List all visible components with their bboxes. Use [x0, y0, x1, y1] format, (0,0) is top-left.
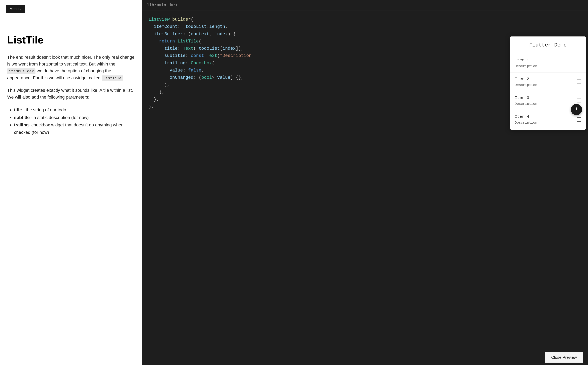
- flutter-app-title: Flutter Demo: [515, 41, 581, 49]
- code-token: ?: [212, 75, 217, 80]
- list-item: subtitle - a static description (for now…: [14, 114, 135, 121]
- bullet-rest-3: - checkbox widget that doesn't do anythi…: [14, 122, 123, 135]
- code-token: (: [193, 46, 196, 51]
- code-token: : (: [183, 32, 191, 37]
- flutter-item-subtitle-1: Description: [515, 63, 577, 69]
- file-tab: lib/main.dart: [142, 0, 588, 10]
- flutter-item-subtitle-4: Description: [515, 120, 577, 126]
- flutter-demo-overlay: Flutter Demo Item 1 Description Item 2 D…: [510, 36, 586, 130]
- menu-bar: Menu ›: [0, 0, 142, 18]
- close-preview-bar: Close Preview: [142, 350, 588, 365]
- flutter-item-title-2: Item 2: [515, 76, 577, 82]
- code-token: (: [199, 39, 201, 44]
- code-token: ) {},: [230, 75, 244, 80]
- code-area: ListView.builder( itemCount: _todoList.l…: [142, 10, 588, 350]
- para1-text3: .: [123, 75, 125, 80]
- code-token: false: [188, 68, 201, 73]
- bullet-bold-2: subtitle: [14, 115, 30, 120]
- code-token: value: [149, 68, 183, 73]
- code-token: onChanged: [149, 75, 193, 80]
- flutter-checkbox-3[interactable]: [577, 98, 581, 103]
- code-line-1: ListView.builder(: [149, 16, 581, 23]
- code-token: (: [191, 17, 193, 22]
- bullet-bold-1: title: [14, 107, 22, 112]
- code-token: ListView: [149, 17, 170, 22]
- left-panel: Menu › ListTile The end result doesn't l…: [0, 0, 142, 365]
- inline-code-listtile: ListTile: [102, 76, 123, 81]
- para1-text1: The end result doesn't look that much ni…: [7, 55, 135, 67]
- menu-label: Menu: [10, 7, 19, 11]
- code-token: Text: [183, 46, 193, 51]
- code-line-2: itemCount: _todoList.length,: [149, 23, 581, 30]
- code-token: bool: [201, 75, 212, 80]
- code-token: _todoList: [196, 46, 220, 51]
- page-title: ListTile: [7, 34, 135, 46]
- flutter-item-text-3: Item 3 Description: [515, 95, 577, 107]
- flutter-checkbox-1[interactable]: [577, 61, 581, 65]
- flutter-app-bar: Flutter Demo: [510, 36, 586, 53]
- content-area: ListTile The end result doesn't look tha…: [0, 18, 142, 365]
- code-token: [: [220, 46, 222, 51]
- code-token: :: [178, 46, 183, 51]
- code-token: _todoList: [183, 24, 207, 29]
- code-token: context: [191, 32, 209, 37]
- right-panel: lib/main.dart ListView.builder( itemCoun…: [142, 0, 588, 365]
- code-token: ListTile: [178, 39, 199, 44]
- flutter-item-title-3: Item 3: [515, 95, 577, 101]
- list-item: title - the string of our todo: [14, 106, 135, 114]
- code-token: itemCount: [149, 24, 178, 29]
- code-token: :: [185, 53, 191, 58]
- paragraph-2: This widget creates exactly what it soun…: [7, 87, 135, 101]
- code-token: :: [183, 68, 188, 73]
- code-token: [149, 39, 159, 44]
- flutter-item-subtitle-3: Description: [515, 101, 577, 107]
- flutter-checkbox-2[interactable]: [577, 79, 581, 84]
- code-token: ,: [209, 32, 215, 37]
- code-token: index: [215, 32, 228, 37]
- flutter-item-title-4: Item 4: [515, 113, 577, 120]
- code-token: ,: [201, 68, 204, 73]
- code-token: ),: [149, 104, 154, 109]
- code-token: trailing: [149, 61, 185, 66]
- code-token: length: [209, 24, 225, 29]
- code-token: :: [185, 61, 191, 66]
- flutter-fab[interactable]: +: [571, 104, 582, 115]
- list-item: trailing- checkbox widget that doesn't d…: [14, 121, 135, 136]
- flutter-item-title-1: Item 1: [515, 57, 577, 63]
- flutter-list-item-2: Item 2 Description: [510, 72, 586, 91]
- paragraph-1: The end result doesn't look that much ni…: [7, 54, 135, 81]
- flutter-list: Item 1 Description Item 2 Description It…: [510, 53, 586, 130]
- code-token: ,: [225, 24, 228, 29]
- code-token: index: [223, 46, 236, 51]
- code-token: "Description: [220, 53, 251, 58]
- code-token: [175, 39, 178, 44]
- code-token: Text: [206, 53, 217, 58]
- code-token: .: [170, 17, 172, 22]
- code-token: return: [159, 39, 175, 44]
- code-token: ),: [149, 83, 170, 88]
- bullet-bold-3: trailing: [14, 122, 29, 127]
- code-token: },: [149, 97, 159, 102]
- code-token: ) {: [228, 32, 236, 37]
- code-token: subtitle: [149, 53, 185, 58]
- code-token: ]),: [236, 46, 244, 51]
- flutter-checkbox-4[interactable]: [577, 117, 581, 122]
- code-token: title: [149, 46, 178, 51]
- flutter-item-text-4: Item 4 Description: [515, 113, 577, 126]
- inline-code-itembuilder: itemBuilder: [7, 69, 35, 74]
- menu-button[interactable]: Menu ›: [6, 5, 25, 13]
- flutter-item-subtitle-2: Description: [515, 82, 577, 88]
- flutter-item-text-2: Item 2 Description: [515, 76, 577, 88]
- code-token: (: [217, 53, 220, 58]
- code-token: : (: [193, 75, 201, 80]
- bullet-rest-1: - the string of our todo: [22, 107, 66, 112]
- code-token: itemBuilder: [149, 32, 183, 37]
- bullet-rest-2: - a static description (for now): [30, 115, 89, 120]
- code-token: builder: [172, 17, 191, 22]
- code-token: :: [178, 24, 183, 29]
- code-token: (: [212, 61, 215, 66]
- close-preview-button[interactable]: Close Preview: [545, 352, 583, 363]
- code-token: );: [149, 90, 164, 95]
- code-token: const: [191, 53, 204, 58]
- code-token: [204, 53, 206, 58]
